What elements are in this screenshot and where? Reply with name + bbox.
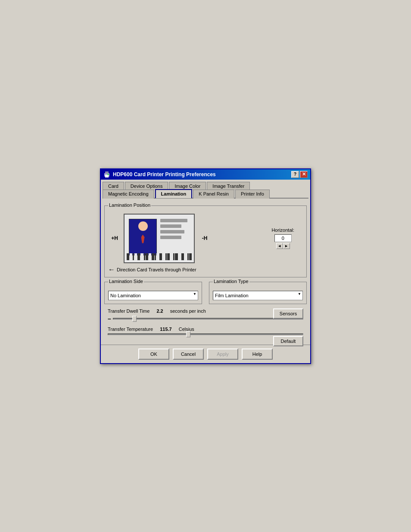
lamination-type-select[interactable]: Film Lamination Overlay Patch bbox=[213, 291, 303, 300]
transfer-temp-row: Transfer Temperature 115.7 Celsius bbox=[106, 327, 305, 332]
temp-slider-thumb[interactable] bbox=[186, 331, 190, 337]
sensors-button-container: Sensors bbox=[273, 308, 303, 319]
card-line-1 bbox=[160, 219, 187, 222]
h-plus-label: +H bbox=[108, 235, 121, 241]
bar11 bbox=[155, 253, 156, 260]
card-line-2 bbox=[160, 224, 181, 228]
bar20 bbox=[178, 253, 181, 260]
bar18 bbox=[173, 253, 174, 260]
arrow-buttons: ◄ ► bbox=[276, 243, 290, 249]
direction-arrow-icon: ← bbox=[108, 266, 115, 274]
horizontal-input[interactable] bbox=[274, 234, 292, 242]
tab-printer-info[interactable]: Printer Info bbox=[235, 190, 270, 199]
title-bar-left: HDP600 Card Printer Printing Preferences bbox=[103, 171, 216, 178]
main-window: HDP600 Card Printer Printing Preferences… bbox=[100, 168, 311, 364]
svg-rect-1 bbox=[105, 171, 109, 174]
lamination-side-select-wrapper: No Lamination Front Side Back Side Both … bbox=[108, 287, 198, 300]
bar12 bbox=[156, 253, 159, 260]
temp-slider-track[interactable] bbox=[108, 333, 303, 335]
temp-slider-row bbox=[106, 333, 305, 335]
bar21 bbox=[181, 253, 184, 260]
transfer-temp-label: Transfer Temperature bbox=[108, 327, 153, 332]
bar2 bbox=[130, 253, 132, 260]
horizontal-control: Horizontal: ◄ ► bbox=[271, 227, 294, 249]
lamination-side-select[interactable]: No Lamination Front Side Back Side Both … bbox=[108, 291, 198, 300]
printer-icon bbox=[103, 171, 110, 178]
title-bar: HDP600 Card Printer Printing Preferences… bbox=[101, 169, 310, 180]
bar8 bbox=[146, 253, 148, 260]
card-line-4 bbox=[160, 236, 181, 239]
transfer-section: Transfer Dwell Time 2.2 seconds per inch… bbox=[104, 308, 307, 341]
card-lines bbox=[160, 219, 190, 241]
dwell-slider-dash: – bbox=[108, 315, 111, 322]
default-button[interactable]: Default bbox=[273, 336, 303, 346]
lamination-side-type-row: Lamination Side No Lamination Front Side… bbox=[104, 282, 307, 304]
bar15 bbox=[165, 253, 167, 260]
tab-lamination[interactable]: Lamination bbox=[155, 189, 193, 198]
dwell-time-value: 2.2 bbox=[156, 308, 163, 314]
svg-rect-2 bbox=[105, 175, 109, 177]
lamination-position-group: Lamination Position +H bbox=[104, 205, 307, 277]
bottom-buttons: OK Cancel Apply Help bbox=[101, 345, 310, 363]
sensors-button[interactable]: Sensors bbox=[273, 308, 303, 319]
card-visual bbox=[124, 214, 195, 263]
bar23 bbox=[187, 253, 189, 260]
content-area: Lamination Position +H bbox=[101, 199, 310, 345]
bar9 bbox=[149, 253, 151, 260]
bar22 bbox=[184, 253, 187, 260]
dwell-time-unit: seconds per inch bbox=[170, 308, 206, 314]
close-button[interactable]: ✕ bbox=[300, 171, 308, 178]
lamination-side-label: Lamination Side bbox=[108, 279, 144, 284]
lamination-type-select-wrapper: Film Lamination Overlay Patch bbox=[213, 287, 303, 300]
card-photo bbox=[129, 219, 157, 255]
bar5 bbox=[137, 253, 140, 260]
dwell-slider-thumb[interactable] bbox=[132, 316, 137, 322]
bar3 bbox=[133, 253, 134, 260]
bar17 bbox=[170, 253, 173, 260]
card-photo-face bbox=[129, 219, 156, 255]
lamination-side-group: Lamination Side No Lamination Front Side… bbox=[104, 282, 202, 304]
lamination-position-label: Lamination Position bbox=[108, 202, 151, 208]
tabs-row1: Card Device Options Image Color Image Tr… bbox=[103, 181, 308, 189]
window-title: HDP600 Card Printer Printing Preferences bbox=[113, 171, 216, 177]
bar13 bbox=[159, 253, 162, 260]
tab-card[interactable]: Card bbox=[103, 182, 124, 190]
help-title-button[interactable]: ? bbox=[291, 171, 299, 178]
person-head bbox=[138, 221, 148, 231]
svg-point-3 bbox=[108, 174, 109, 175]
bar10 bbox=[152, 253, 154, 260]
bar24 bbox=[189, 253, 192, 260]
ok-button[interactable]: OK bbox=[138, 348, 169, 360]
horizontal-label: Horizontal: bbox=[271, 227, 294, 233]
lamination-type-label: Lamination Type bbox=[213, 279, 249, 284]
default-button-container: Default bbox=[273, 336, 303, 346]
bar4 bbox=[134, 253, 137, 260]
barcode-area bbox=[127, 253, 192, 260]
cancel-button[interactable]: Cancel bbox=[173, 348, 204, 360]
lamination-type-group: Lamination Type Film Lamination Overlay … bbox=[209, 282, 307, 304]
help-button[interactable]: Help bbox=[242, 348, 273, 360]
bar6 bbox=[140, 253, 143, 260]
bar1 bbox=[127, 253, 129, 260]
direction-text: Direction Card Travels through Printer bbox=[117, 267, 196, 272]
title-buttons: ? ✕ bbox=[291, 171, 308, 178]
bar14 bbox=[162, 253, 165, 260]
h-minus-label: -H bbox=[198, 235, 211, 241]
direction-label: ← Direction Card Travels through Printer bbox=[108, 266, 303, 274]
tab-k-panel-resin[interactable]: K Panel Resin bbox=[193, 190, 234, 199]
tab-magnetic-encoding[interactable]: Magnetic Encoding bbox=[103, 190, 154, 199]
bar19 bbox=[175, 253, 177, 260]
dwell-time-label: Transfer Dwell Time bbox=[108, 308, 149, 314]
tabs-row2: Magnetic Encoding Lamination K Panel Res… bbox=[103, 189, 308, 199]
apply-button[interactable]: Apply bbox=[207, 348, 238, 360]
arrow-right-btn[interactable]: ► bbox=[283, 243, 290, 249]
transfer-temp-value: 115.7 bbox=[160, 327, 172, 332]
arrow-left-btn[interactable]: ◄ bbox=[276, 243, 283, 249]
bar16 bbox=[167, 253, 170, 260]
bar7 bbox=[144, 253, 145, 260]
card-line-3 bbox=[160, 230, 184, 233]
tab-image-transfer[interactable]: Image Transfer bbox=[207, 182, 250, 190]
